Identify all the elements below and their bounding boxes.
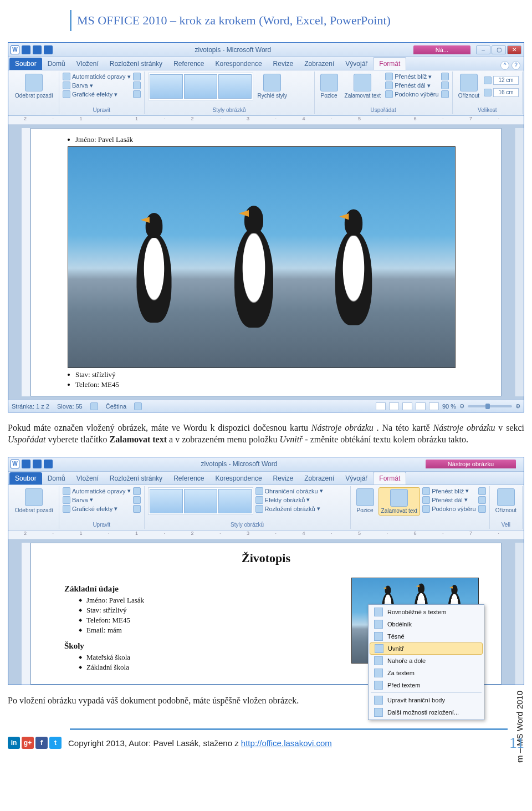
reset-icon[interactable] xyxy=(133,505,141,513)
style-thumb[interactable] xyxy=(184,74,217,99)
bring-forward-button[interactable]: Přenést blíž ▾ xyxy=(385,73,439,80)
zoom-slider[interactable] xyxy=(468,405,512,407)
minimize-button[interactable]: – xyxy=(476,45,490,54)
tab-review[interactable]: Revize xyxy=(268,58,299,70)
tab-home[interactable]: Domů xyxy=(42,58,71,70)
color-button[interactable]: Barva ▾ xyxy=(63,81,131,89)
picture-layout-button[interactable]: Rozložení obrázků ▾ xyxy=(255,505,323,513)
view-fullscreen[interactable] xyxy=(389,402,399,410)
spellcheck-icon[interactable] xyxy=(90,402,98,410)
tab-format[interactable]: Formát xyxy=(373,472,406,484)
bring-forward-button[interactable]: Přenést blíž ▾ xyxy=(422,487,476,495)
view-outline[interactable] xyxy=(416,402,426,410)
tab-developer[interactable]: Vývojář xyxy=(340,472,373,484)
status-zoom[interactable]: 90 % xyxy=(442,403,456,410)
tab-review[interactable]: Revize xyxy=(268,472,299,484)
vertical-scrollbar[interactable] xyxy=(515,128,524,396)
tab-home[interactable]: Domů xyxy=(42,472,71,484)
remove-background-button[interactable]: Odebrat pozadí xyxy=(13,487,55,514)
style-thumb[interactable] xyxy=(150,489,183,513)
facebook-icon[interactable]: f xyxy=(35,737,48,749)
compress-icon[interactable] xyxy=(133,73,141,80)
vertical-ruler[interactable] xyxy=(22,543,30,685)
redo-icon[interactable] xyxy=(44,460,53,468)
help-icon[interactable]: ? xyxy=(511,61,520,70)
change-icon[interactable] xyxy=(133,81,141,89)
status-language[interactable]: Čeština xyxy=(106,403,126,410)
selection-pane-button[interactable]: Podokno výběru xyxy=(385,90,439,98)
picture-effects-button[interactable]: Efekty obrázků ▾ xyxy=(255,496,323,504)
document-page[interactable]: Životopis Základní údaje Jméno: Pavel La… xyxy=(30,543,502,685)
corrections-button[interactable]: Automatické opravy ▾ xyxy=(63,487,131,495)
status-words[interactable]: Slova: 55 xyxy=(57,403,83,410)
group-icon[interactable] xyxy=(441,81,449,89)
effects-button[interactable]: Grafické efekty ▾ xyxy=(63,90,131,98)
group-icon[interactable] xyxy=(478,496,486,504)
view-print-layout[interactable] xyxy=(376,402,386,410)
color-button[interactable]: Barva ▾ xyxy=(63,496,131,504)
horizontal-ruler[interactable]: 2 · 1 · 1 · 2 · 3 · 4 · 5 · 6 · 7 · 8 · … xyxy=(8,531,524,539)
twitter-icon[interactable]: t xyxy=(49,737,62,749)
tab-file[interactable]: Soubor xyxy=(9,58,42,70)
undo-icon[interactable] xyxy=(33,45,42,54)
style-thumb[interactable] xyxy=(150,74,183,99)
picture-styles-gallery[interactable] xyxy=(148,487,253,515)
wrap-option-front[interactable]: Před textem xyxy=(369,679,484,691)
vertical-scrollbar[interactable] xyxy=(515,543,524,685)
wrap-option-through[interactable]: Uvnitř xyxy=(370,642,483,655)
position-button[interactable]: Pozice xyxy=(318,73,340,100)
tab-file[interactable]: Soubor xyxy=(9,472,42,484)
wrap-option-topbottom[interactable]: Nahoře a dole xyxy=(369,655,484,667)
wrap-option-square[interactable]: Obdélník xyxy=(369,618,484,630)
close-button[interactable]: ✕ xyxy=(507,45,521,54)
rotate-icon[interactable] xyxy=(478,505,486,513)
source-link[interactable]: http://office.lasakovi.com xyxy=(241,738,332,748)
wrap-text-button[interactable]: Zalamovat text xyxy=(342,73,383,100)
penguin-image[interactable] xyxy=(68,146,456,368)
tab-page-layout[interactable]: Rozložení stránky xyxy=(104,472,168,484)
horizontal-ruler[interactable]: 2 · 1 · 1 · 2 · 3 · 4 · 5 · 6 · 7 · 8 · … xyxy=(8,116,524,125)
maximize-button[interactable]: ▢ xyxy=(492,45,506,54)
selection-pane-button[interactable]: Podokno výběru xyxy=(422,505,476,513)
tab-mailings[interactable]: Korespondence xyxy=(210,472,268,484)
tab-insert[interactable]: Vložení xyxy=(71,58,104,70)
minimize-ribbon-icon[interactable]: ^ xyxy=(500,61,509,70)
view-draft[interactable] xyxy=(429,402,439,410)
send-backward-button[interactable]: Přenést dál ▾ xyxy=(385,81,439,89)
tab-mailings[interactable]: Korespondence xyxy=(210,58,268,70)
linkedin-icon[interactable]: in xyxy=(8,737,20,749)
align-icon[interactable] xyxy=(441,73,449,80)
gplus-icon[interactable]: g+ xyxy=(22,737,34,749)
align-icon[interactable] xyxy=(478,487,486,495)
quick-styles-button[interactable]: Rychlé styly xyxy=(255,73,289,100)
width-input[interactable]: 16 cm xyxy=(493,88,519,97)
crop-button[interactable]: Oříznout xyxy=(493,487,519,514)
compress-icon[interactable] xyxy=(133,487,141,495)
corrections-button[interactable]: Automatické opravy ▾ xyxy=(63,73,131,80)
style-thumb[interactable] xyxy=(184,489,217,513)
wrap-text-button[interactable]: Zalamovat text xyxy=(378,487,421,516)
rotate-icon[interactable] xyxy=(441,90,449,98)
tab-references[interactable]: Reference xyxy=(168,58,209,70)
wrap-option-inline[interactable]: Rovnoběžné s textem xyxy=(369,606,484,618)
tab-references[interactable]: Reference xyxy=(168,472,209,484)
wrap-more-options[interactable]: Další možnosti rozložení... xyxy=(369,706,484,718)
effects-button[interactable]: Grafické efekty ▾ xyxy=(63,505,131,513)
zoom-in-button[interactable]: ⊕ xyxy=(515,402,520,410)
wrap-edit-points[interactable]: Upravit hraniční body xyxy=(369,694,484,706)
remove-background-button[interactable]: Odebrat pozadí xyxy=(13,73,55,100)
save-icon[interactable] xyxy=(22,460,30,468)
tab-format[interactable]: Formát xyxy=(373,57,406,70)
tab-view[interactable]: Zobrazení xyxy=(299,58,340,70)
redo-icon[interactable] xyxy=(44,45,53,54)
view-web[interactable] xyxy=(402,402,412,410)
wrap-option-behind[interactable]: Za textem xyxy=(369,667,484,679)
macro-icon[interactable] xyxy=(134,402,142,410)
save-icon[interactable] xyxy=(22,45,30,54)
undo-icon[interactable] xyxy=(33,460,42,468)
document-page[interactable]: Jméno: Pavel Lasák Stav: střízlivý Telef… xyxy=(30,128,502,396)
send-backward-button[interactable]: Přenést dál ▾ xyxy=(422,496,476,504)
picture-styles-gallery[interactable] xyxy=(148,73,253,100)
wrap-option-tight[interactable]: Těsné xyxy=(369,630,484,642)
position-button[interactable]: Pozice xyxy=(354,487,376,514)
